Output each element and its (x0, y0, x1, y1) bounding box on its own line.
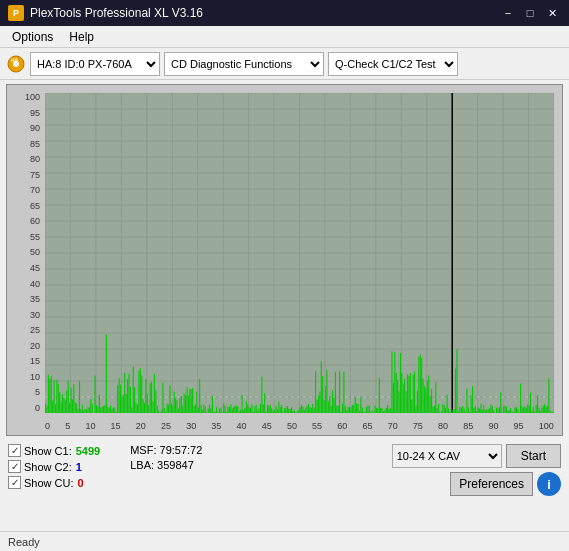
c2-checkbox-wrapper[interactable]: Show C2: (8, 460, 72, 473)
y-label-95: 95 (30, 109, 40, 118)
start-button[interactable]: Start (506, 444, 561, 468)
stats-group: Show C1: 5499 Show C2: 1 Show CU: 0 (8, 444, 100, 489)
y-label-70: 70 (30, 186, 40, 195)
menu-bar: Options Help (0, 26, 569, 48)
menu-help[interactable]: Help (61, 28, 102, 46)
msf-value: 79:57:72 (160, 444, 203, 456)
y-label-0: 0 (35, 404, 40, 413)
status-area: Show C1: 5499 Show C2: 1 Show CU: 0 MSF:… (0, 440, 569, 500)
y-axis: 100 95 90 85 80 75 70 65 60 55 50 45 40 … (7, 93, 43, 413)
y-label-75: 75 (30, 171, 40, 180)
chart-plot (45, 93, 554, 413)
c1-value: 5499 (76, 445, 100, 457)
y-label-90: 90 (30, 124, 40, 133)
msf-row: MSF: 79:57:72 (130, 444, 202, 456)
app-icon: P (8, 5, 24, 21)
y-label-5: 5 (35, 388, 40, 397)
y-label-80: 80 (30, 155, 40, 164)
right-controls: 10-24 X CAV 4 X CAV 8 X CAV 16 X CAV Sta… (392, 444, 561, 496)
y-label-25: 25 (30, 326, 40, 335)
speed-select[interactable]: 10-24 X CAV 4 X CAV 8 X CAV 16 X CAV (392, 444, 502, 468)
chart-canvas (45, 93, 554, 413)
y-label-60: 60 (30, 217, 40, 226)
function-select[interactable]: CD Diagnostic Functions (164, 52, 324, 76)
svg-text:HA: HA (11, 57, 19, 63)
maximize-button[interactable]: □ (521, 4, 539, 22)
toolbar: HA HA:8 ID:0 PX-760A CD Diagnostic Funct… (0, 48, 569, 80)
y-label-30: 30 (30, 311, 40, 320)
status-text: Ready (8, 536, 40, 548)
status-bar: Ready (0, 531, 569, 551)
y-label-15: 15 (30, 357, 40, 366)
cu-label: Show CU: (24, 477, 74, 489)
y-label-40: 40 (30, 280, 40, 289)
y-label-100: 100 (25, 93, 40, 102)
speed-select-row: 10-24 X CAV 4 X CAV 8 X CAV 16 X CAV Sta… (392, 444, 561, 468)
app-title: PlexTools Professional XL V3.16 (30, 6, 203, 20)
close-button[interactable]: ✕ (543, 4, 561, 22)
y-label-20: 20 (30, 342, 40, 351)
c1-label: Show C1: (24, 445, 72, 457)
minimize-button[interactable]: − (499, 4, 517, 22)
drive-select[interactable]: HA:8 ID:0 PX-760A (30, 52, 160, 76)
c2-checkbox[interactable] (8, 460, 21, 473)
lba-row: LBA: 359847 (130, 459, 202, 471)
c2-label: Show C2: (24, 461, 72, 473)
cu-checkbox[interactable] (8, 476, 21, 489)
cu-checkbox-wrapper[interactable]: Show CU: (8, 476, 74, 489)
drive-icon: HA (6, 54, 26, 74)
menu-options[interactable]: Options (4, 28, 61, 46)
info-button[interactable]: i (537, 472, 561, 496)
c2-value: 1 (76, 461, 82, 473)
msf-label: MSF: (130, 444, 156, 456)
y-label-45: 45 (30, 264, 40, 273)
y-label-10: 10 (30, 373, 40, 382)
y-label-55: 55 (30, 233, 40, 242)
cu-value: 0 (78, 477, 84, 489)
y-label-65: 65 (30, 202, 40, 211)
c1-checkbox[interactable] (8, 444, 21, 457)
test-select[interactable]: Q-Check C1/C2 Test (328, 52, 458, 76)
c1-checkbox-wrapper[interactable]: Show C1: (8, 444, 72, 457)
lba-label: LBA: (130, 459, 154, 471)
y-label-50: 50 (30, 248, 40, 257)
preferences-button[interactable]: Preferences (450, 472, 533, 496)
y-label-85: 85 (30, 140, 40, 149)
lba-value: 359847 (157, 459, 194, 471)
msf-lba-group: MSF: 79:57:72 LBA: 359847 (130, 444, 202, 471)
x-axis: 0 5 10 15 20 25 30 35 40 45 50 55 60 65 … (45, 422, 554, 431)
y-label-35: 35 (30, 295, 40, 304)
chart-container: 100 95 90 85 80 75 70 65 60 55 50 45 40 … (6, 84, 563, 436)
title-bar: P PlexTools Professional XL V3.16 − □ ✕ (0, 0, 569, 26)
preferences-row: Preferences i (450, 472, 561, 496)
